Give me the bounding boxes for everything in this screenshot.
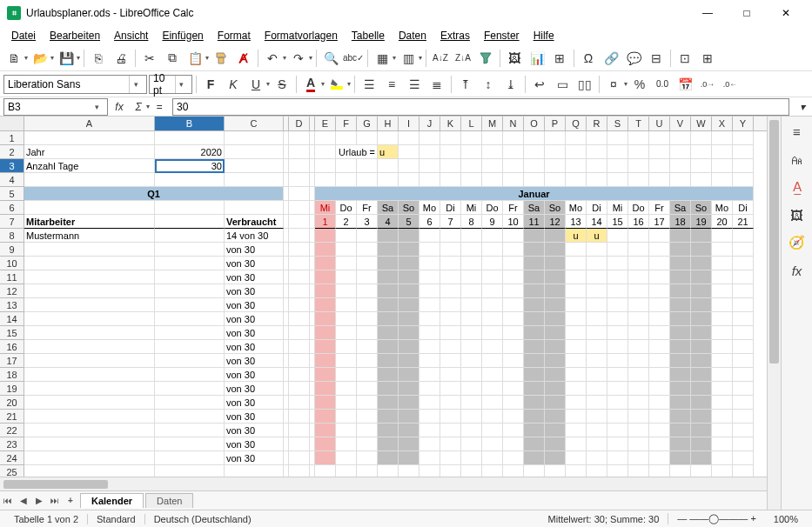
- cell[interactable]: [628, 451, 649, 465]
- cell[interactable]: [524, 424, 545, 437]
- cell[interactable]: [691, 340, 712, 354]
- cell[interactable]: [399, 229, 419, 243]
- cell[interactable]: 12: [545, 215, 566, 229]
- cell[interactable]: [607, 229, 628, 243]
- cell[interactable]: [566, 145, 587, 159]
- image-icon[interactable]: 🖼: [504, 48, 525, 69]
- menu-ansicht[interactable]: Ansicht: [108, 28, 154, 43]
- cell[interactable]: [357, 131, 378, 145]
- cell[interactable]: [155, 424, 225, 437]
- cell[interactable]: 17: [649, 215, 670, 229]
- cell[interactable]: [378, 410, 399, 424]
- cell[interactable]: [225, 173, 284, 187]
- cell[interactable]: [399, 465, 419, 477]
- cell[interactable]: [24, 368, 155, 382]
- cell[interactable]: [566, 284, 587, 298]
- cell[interactable]: [607, 382, 628, 396]
- cell[interactable]: [545, 243, 566, 257]
- row-header-15[interactable]: 15: [0, 326, 24, 340]
- equals-icon[interactable]: =: [150, 98, 169, 116]
- cell[interactable]: [482, 159, 503, 173]
- cell[interactable]: [440, 270, 461, 284]
- cell[interactable]: [670, 465, 691, 477]
- cell[interactable]: [315, 326, 336, 340]
- cell[interactable]: [289, 270, 310, 284]
- cell[interactable]: [440, 326, 461, 340]
- cell[interactable]: von 30: [225, 270, 284, 284]
- cell[interactable]: [378, 243, 399, 257]
- special-char-icon[interactable]: Ω: [578, 48, 599, 69]
- cell[interactable]: [461, 298, 482, 312]
- cell[interactable]: [289, 131, 310, 145]
- cell[interactable]: [628, 368, 649, 382]
- cell[interactable]: 10: [503, 215, 524, 229]
- cell[interactable]: Jahr: [24, 145, 155, 159]
- cell[interactable]: [649, 298, 670, 312]
- cell[interactable]: [155, 465, 225, 477]
- cell[interactable]: [587, 326, 607, 340]
- cell[interactable]: [670, 173, 691, 187]
- col-header-X[interactable]: X: [712, 117, 733, 130]
- cell[interactable]: [607, 298, 628, 312]
- cell[interactable]: Sa: [670, 201, 691, 215]
- cell[interactable]: [378, 354, 399, 368]
- cell[interactable]: [399, 424, 419, 437]
- cell[interactable]: [566, 173, 587, 187]
- cell[interactable]: [503, 229, 524, 243]
- cell[interactable]: [24, 312, 155, 326]
- row-header-19[interactable]: 19: [0, 382, 24, 396]
- cell[interactable]: 30: [155, 159, 225, 173]
- cell[interactable]: 3: [357, 215, 378, 229]
- cell[interactable]: [289, 243, 310, 257]
- cell[interactable]: [419, 312, 440, 326]
- cell[interactable]: [691, 410, 712, 424]
- cell[interactable]: [336, 131, 357, 145]
- cell[interactable]: [357, 270, 378, 284]
- cell[interactable]: [315, 410, 336, 424]
- cell[interactable]: [461, 243, 482, 257]
- date-icon[interactable]: 📅: [674, 74, 695, 95]
- cell[interactable]: [24, 243, 155, 257]
- col-header-M[interactable]: M: [482, 117, 503, 130]
- cell[interactable]: [587, 243, 607, 257]
- cell[interactable]: [587, 368, 607, 382]
- cell[interactable]: [336, 326, 357, 340]
- cell[interactable]: [503, 173, 524, 187]
- cell[interactable]: [524, 340, 545, 354]
- cell[interactable]: [545, 131, 566, 145]
- cell[interactable]: von 30: [225, 312, 284, 326]
- cell[interactable]: [225, 159, 284, 173]
- cell[interactable]: [691, 284, 712, 298]
- cell[interactable]: [545, 284, 566, 298]
- paste-icon[interactable]: 📋: [185, 48, 205, 69]
- cell[interactable]: [399, 437, 419, 451]
- cell[interactable]: [399, 284, 419, 298]
- cell[interactable]: Fr: [357, 201, 378, 215]
- cell[interactable]: [712, 298, 733, 312]
- cell[interactable]: [399, 270, 419, 284]
- cell[interactable]: [503, 354, 524, 368]
- cell[interactable]: [315, 382, 336, 396]
- cell[interactable]: [545, 312, 566, 326]
- cell[interactable]: [733, 229, 754, 243]
- cell[interactable]: [289, 201, 310, 215]
- cell[interactable]: [733, 312, 754, 326]
- cell[interactable]: [524, 437, 545, 451]
- cell[interactable]: [670, 284, 691, 298]
- cell[interactable]: [289, 284, 310, 298]
- cell[interactable]: Sa: [378, 201, 399, 215]
- cell[interactable]: [24, 424, 155, 437]
- cell[interactable]: [670, 451, 691, 465]
- cell[interactable]: [524, 173, 545, 187]
- cell[interactable]: [24, 284, 155, 298]
- cell[interactable]: [336, 298, 357, 312]
- font-color-icon[interactable]: A: [300, 74, 321, 95]
- cell[interactable]: 2: [336, 215, 357, 229]
- menu-extras[interactable]: Extras: [434, 28, 476, 43]
- cell[interactable]: [440, 368, 461, 382]
- cell[interactable]: [419, 257, 440, 270]
- cell[interactable]: Fr: [503, 201, 524, 215]
- cell[interactable]: [670, 159, 691, 173]
- cell[interactable]: [712, 437, 733, 451]
- cell[interactable]: [712, 424, 733, 437]
